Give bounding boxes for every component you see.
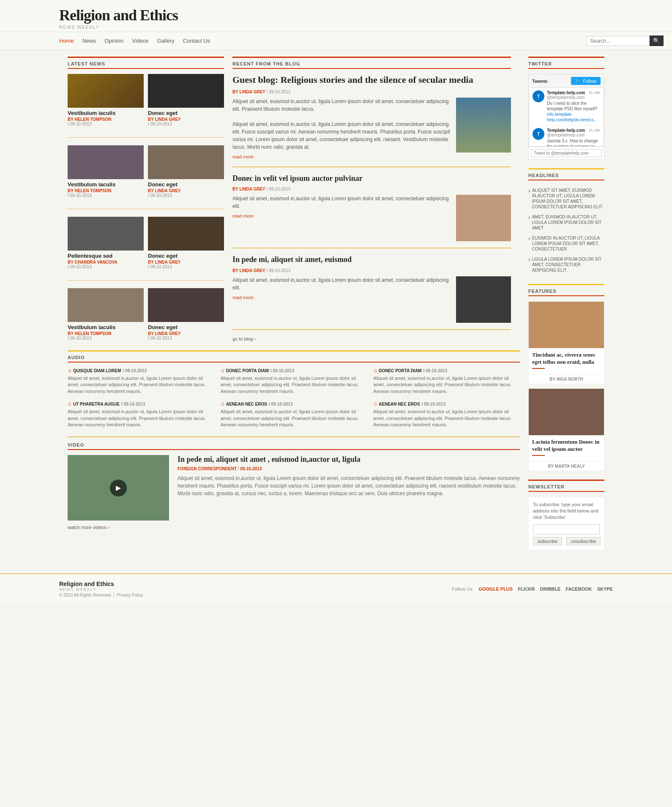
blog-article-meta: BY LINDA GREY I 09-10-2013: [232, 90, 511, 94]
audio-section-title: AUDIO: [68, 350, 520, 363]
nav-videos[interactable]: Videos: [132, 38, 149, 44]
news-thumb-1: [68, 74, 144, 108]
nav-contact[interactable]: Contact Us: [183, 38, 210, 44]
feature-divider-2: [532, 455, 545, 456]
follow-button[interactable]: 🐦 Follow: [571, 77, 601, 85]
blog-article-text-3: Aliquet sit amet, euismod in,auctor ut, …: [232, 276, 452, 323]
audio-item-title: ♫ DONEC PORTA DIAM I 09-10-2013: [373, 368, 520, 374]
list-item: Donec eget BY LINDA GREYI 09-10-2013: [148, 288, 224, 341]
music-icon: ♫: [221, 368, 224, 374]
list-item: Vestibulum iaculis BY HELEN TOMPSONI 09-…: [68, 145, 144, 198]
tweet-name-2: Template-help.com: [547, 128, 585, 133]
audio-item-title: ♫ AENEAN NEC EROS I 09-10-2013: [221, 401, 367, 407]
news-divider: [68, 280, 224, 281]
news-item-meta: BY LINDA GREYI 09-10-2013: [148, 188, 224, 198]
tweet-handle-2: @templatehelp.com: [547, 133, 585, 137]
video-text: Aliquet sit amet, euismod in,auctor ut, …: [178, 474, 520, 497]
news-item-title: Pellentesque sed: [68, 253, 144, 259]
blog-article-2: Donec in velit vel ipsum auctor pulvinar…: [232, 174, 511, 248]
site-subtitle: NEWS WEEKLY: [59, 25, 672, 30]
nav-gallery[interactable]: Gallery: [157, 38, 175, 44]
tweet-input[interactable]: [531, 149, 602, 157]
video-section: VIDEO ▶ In pede mi, aliquet sit amet , e…: [68, 436, 520, 530]
newsletter-section-title: NEWSLETTER: [528, 480, 604, 492]
feature-card-1: Tincidunt ac, viverra senec eget tellus …: [528, 301, 604, 384]
play-button[interactable]: ▶: [110, 480, 127, 496]
search-input[interactable]: [586, 36, 650, 46]
privacy-policy-link[interactable]: Privacy Policy: [117, 593, 143, 597]
subscribe-button[interactable]: subscribe: [533, 537, 562, 545]
blog-article-title-3: In pede mi, aliquet sit amet, euismod: [232, 255, 511, 264]
read-more-link-2[interactable]: read more: [232, 213, 452, 220]
tweet-handle-1: @templatehelp.com: [547, 95, 585, 100]
feature-info-2: Lacinia fermentum Donec in velit vel ips…: [529, 435, 604, 461]
search-button[interactable]: 🔍: [650, 35, 664, 46]
headlines-section: HEADLINES ALIQUET SIT AMET, EUISMOD IN,A…: [528, 168, 604, 275]
read-more-link-3[interactable]: read more: [232, 294, 452, 301]
blog-article-3: In pede mi, aliquet sit amet, euismod BY…: [232, 255, 511, 330]
site-title: Religion and Ethics: [59, 6, 672, 24]
feature-info-1: Tincidunt ac, viverra senec eget tellus …: [529, 348, 604, 374]
main-wrapper: LATEST NEWS Vestibulum iaculis BY HELEN …: [59, 50, 613, 565]
features-section-title: FEATURES: [528, 284, 604, 296]
news-item-meta: BY HELEN TOMPSONI 09-10-2013: [68, 331, 144, 341]
tweet-list[interactable]: T Template-help.com @templatehelp.com 21…: [529, 87, 604, 147]
social-google-plus[interactable]: GOOGLE PLUS: [478, 586, 513, 592]
list-item: ♫ DONEC PORTA DIAM I 09-10-2013 Aliquet …: [373, 368, 520, 395]
news-item-title: Vestibulum iaculis: [68, 181, 144, 188]
sidebar: TWITTER Tweets 🐦 Follow T: [528, 57, 604, 559]
twitter-header: Tweets 🐦 Follow: [529, 74, 604, 87]
blog-article-image-2: [456, 195, 511, 241]
site-footer: Religion and Ethics NEWS WEEKLY © 2013 A…: [0, 573, 672, 604]
headlines-section-title: HEADLINES: [528, 168, 604, 180]
go-to-blog-link[interactable]: go to blog ›: [232, 336, 511, 341]
blog-article-meta-3: BY LINDA GREY I 09-10-2013: [232, 268, 511, 273]
tweet-content-2: Template-help.com @templatehelp.com 21 J…: [547, 128, 600, 147]
nav-home[interactable]: Home: [59, 38, 74, 44]
nav-opinion[interactable]: Opinion: [104, 38, 123, 44]
feature-card-2: Lacinia fermentum Donec in velit vel ips…: [528, 388, 604, 471]
blog-article-body-2: Aliquet sit amet, euismod in,auctor ut, …: [232, 195, 511, 241]
news-thumb-3: [68, 145, 144, 179]
blog-article-title: Guest blog: Religious stories and the si…: [232, 74, 511, 86]
tweet-avatar-2: T: [533, 128, 544, 140]
social-flickr[interactable]: FLICKR: [518, 586, 535, 592]
watch-more-link[interactable]: watch more videos ›: [68, 525, 520, 530]
news-item-title: Donec eget: [148, 110, 224, 116]
list-item: ♫ AENEAN NEC EROS I 09-10-2013 Aliquet s…: [221, 401, 367, 428]
news-grid: Vestibulum iaculis BY HELEN TOMPSONI 09-…: [68, 74, 224, 344]
footer-follow-label: Follow Us:: [452, 586, 473, 592]
news-thumb-5: [68, 217, 144, 251]
latest-news-title: LATEST NEWS: [68, 57, 224, 69]
feature-title-2: Lacinia fermentum Donec in velit vel ips…: [532, 439, 601, 453]
music-icon: ♫: [68, 368, 71, 374]
video-info: In pede mi, aliquet sit amet , euismod i…: [178, 455, 520, 521]
list-item: Vestibulum iaculis BY HELEN TOMPSONI 09-…: [68, 288, 144, 341]
video-section-title: VIDEO: [68, 442, 520, 450]
news-item-title: Vestibulum iaculis: [68, 324, 144, 330]
newsletter-email-input[interactable]: [533, 524, 600, 534]
footer-social: Follow Us: GOOGLE PLUS FLICKR DRIBBLE FA…: [452, 586, 613, 592]
audio-item-text: Aliquet sit amet, euismod in,auctor ut, …: [68, 409, 214, 428]
twitter-section: TWITTER Tweets 🐦 Follow T: [528, 57, 604, 160]
news-item-meta: BY CHANDRA VANCOVAI 09-10-2013: [68, 260, 144, 269]
social-dribble[interactable]: DRIBBLE: [540, 586, 560, 592]
news-item-meta: BY LINDA GREYI 09-10-2013: [148, 331, 224, 341]
unsubscribe-button[interactable]: unsubscribe: [566, 537, 601, 545]
newsletter-description: To subscribe, type your email address in…: [533, 502, 600, 521]
nav-news[interactable]: News: [82, 38, 96, 44]
news-divider: [68, 209, 224, 209]
video-thumbnail[interactable]: ▶: [68, 455, 169, 521]
audio-item-text: Aliquet sit amet, euismod in,auctor ut, …: [221, 375, 367, 395]
feature-image-1: [529, 302, 604, 348]
social-skype[interactable]: SKYPE: [597, 586, 613, 592]
main-nav: Home News Opinion Videos Gallery Contact…: [0, 32, 672, 50]
list-item: Donec eget BY LINDA GREYI 09-10-2013: [148, 217, 224, 269]
tweet-name-1: Template-help.com: [547, 90, 585, 95]
social-facebook[interactable]: FACEBOOK: [565, 586, 592, 592]
blog-article-1: Guest blog: Religious stories and the si…: [232, 74, 511, 167]
read-more-link-1[interactable]: read more: [232, 153, 452, 161]
features-section: FEATURES Tincidunt ac, viverra senec ege…: [528, 284, 604, 471]
twitter-bird-icon: 🐦: [575, 78, 581, 84]
audio-item-text: Aliquet sit amet, euismod in,auctor ut, …: [373, 409, 520, 428]
